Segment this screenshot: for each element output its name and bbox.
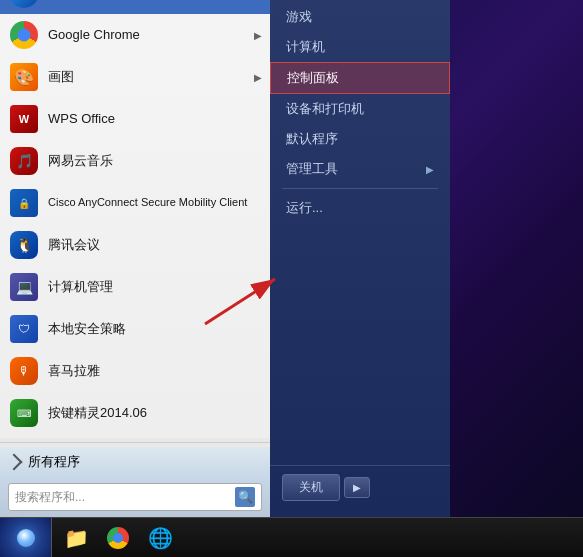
menu-item-label-tencent: 腾讯会议 — [48, 237, 100, 254]
icon-security: 🛡 — [8, 313, 40, 345]
right-menu-admin-tools[interactable]: 管理工具 ▶ — [270, 154, 450, 184]
shutdown-section: 关机 ▶ — [270, 465, 450, 509]
taskbar-item-ie[interactable]: 🌐 — [140, 520, 180, 556]
menu-item-computer-mgmt[interactable]: 💻 计算机管理 — [0, 266, 270, 308]
right-menu-devices[interactable]: 设备和打印机 — [270, 94, 450, 124]
menu-item-360browser[interactable]: 360 360安全浏览器 — [0, 0, 270, 14]
menu-item-chrome[interactable]: Google Chrome ▶ — [0, 14, 270, 56]
menu-item-label-cisco: Cisco AnyConnect Secure Mobility Client — [48, 196, 247, 209]
admin-tools-arrow: ▶ — [426, 164, 434, 175]
shutdown-arrow-button[interactable]: ▶ — [344, 477, 370, 498]
chrome-submenu-arrow: ▶ — [254, 30, 262, 41]
all-programs-arrow-icon — [6, 454, 23, 471]
paint-submenu-arrow: ▶ — [254, 72, 262, 83]
right-menu-admin-tools-label: 管理工具 — [286, 160, 338, 178]
right-menu-control-panel-label: 控制面板 — [287, 69, 339, 87]
icon-tencent: 🐧 — [8, 229, 40, 261]
shutdown-button[interactable]: 关机 — [282, 474, 340, 501]
menu-item-label-computer-mgmt: 计算机管理 — [48, 279, 113, 296]
menu-item-label-himalaya: 喜马拉雅 — [48, 363, 100, 380]
icon-chrome — [8, 19, 40, 51]
right-menu-run[interactable]: 运行... — [270, 193, 450, 223]
taskbar-item-chrome[interactable] — [98, 520, 138, 556]
taskbar: 📁 🌐 — [0, 517, 583, 557]
right-menu-games-label: 游戏 — [286, 8, 312, 26]
menu-item-himalaya[interactable]: 🎙 喜马拉雅 — [0, 350, 270, 392]
menu-item-security[interactable]: 🛡 本地安全策略 — [0, 308, 270, 350]
right-menu-control-panel[interactable]: 控制面板 — [270, 62, 450, 94]
start-orb-inner — [17, 529, 35, 547]
menu-item-hotkey[interactable]: ⌨ 按键精灵2014.06 — [0, 392, 270, 434]
start-menu-right-panel: 音乐 游戏 计算机 控制面板 设备和打印机 默认程序 管理工具 ▶ — [270, 0, 450, 517]
menu-item-label-paint: 画图 — [48, 69, 74, 86]
menu-item-label-security: 本地安全策略 — [48, 321, 126, 338]
menu-item-label-hotkey: 按键精灵2014.06 — [48, 405, 147, 422]
menu-item-wps[interactable]: W WPS Office — [0, 98, 270, 140]
taskbar-icon-ie: 🌐 — [148, 526, 172, 550]
menu-item-tencent[interactable]: 🐧 腾讯会议 — [0, 224, 270, 266]
start-button[interactable] — [0, 518, 52, 558]
menu-item-netease[interactable]: 🎵 网易云音乐 — [0, 140, 270, 182]
all-programs-item[interactable]: 所有程序 — [0, 447, 270, 477]
right-divider — [282, 188, 438, 189]
search-input-placeholder: 搜索程序和... — [15, 489, 235, 506]
menu-item-label-netease: 网易云音乐 — [48, 153, 113, 170]
right-menu-run-label: 运行... — [286, 199, 323, 217]
icon-hotkey: ⌨ — [8, 397, 40, 429]
menu-item-label-chrome: Google Chrome — [48, 27, 140, 44]
search-input-container[interactable]: 搜索程序和... 🔍 — [8, 483, 262, 511]
menu-divider — [0, 442, 270, 443]
start-menu: 360 360安全浏览器 Google Chrome ▶ 🎨 — [0, 0, 540, 517]
right-menu-computer-label: 计算机 — [286, 38, 325, 56]
taskbar-icon-folder: 📁 — [64, 526, 88, 550]
menu-item-label-360browser: 360安全浏览器 — [48, 0, 135, 1]
desktop: 360 360安全浏览器 Google Chrome ▶ 🎨 — [0, 0, 583, 557]
start-menu-apps-list: 360 360安全浏览器 Google Chrome ▶ 🎨 — [0, 0, 270, 438]
icon-netease: 🎵 — [8, 145, 40, 177]
icon-wps: W — [8, 103, 40, 135]
start-orb — [10, 522, 42, 554]
start-menu-left-panel: 360 360安全浏览器 Google Chrome ▶ 🎨 — [0, 0, 270, 517]
menu-item-cisco[interactable]: 🔒 Cisco AnyConnect Secure Mobility Clien… — [0, 182, 270, 224]
search-bar: 搜索程序和... 🔍 — [0, 477, 270, 517]
icon-himalaya: 🎙 — [8, 355, 40, 387]
search-icon: 🔍 — [238, 490, 253, 504]
search-submit-button[interactable]: 🔍 — [235, 487, 255, 507]
menu-item-label-wps: WPS Office — [48, 111, 115, 128]
taskbar-icon-chrome — [106, 526, 130, 550]
icon-360browser: 360 — [8, 0, 40, 9]
right-menu-defaults-label: 默认程序 — [286, 130, 338, 148]
taskbar-items: 📁 🌐 — [52, 518, 184, 557]
right-menu-games[interactable]: 游戏 — [270, 2, 450, 32]
icon-computer-mgmt: 💻 — [8, 271, 40, 303]
right-menu-devices-label: 设备和打印机 — [286, 100, 364, 118]
icon-paint: 🎨 — [8, 61, 40, 93]
icon-cisco: 🔒 — [8, 187, 40, 219]
taskbar-item-explorer[interactable]: 📁 — [56, 520, 96, 556]
right-menu-computer[interactable]: 计算机 — [270, 32, 450, 62]
menu-item-paint[interactable]: 🎨 画图 ▶ — [0, 56, 270, 98]
all-programs-label: 所有程序 — [28, 453, 80, 471]
right-menu-defaults[interactable]: 默认程序 — [270, 124, 450, 154]
